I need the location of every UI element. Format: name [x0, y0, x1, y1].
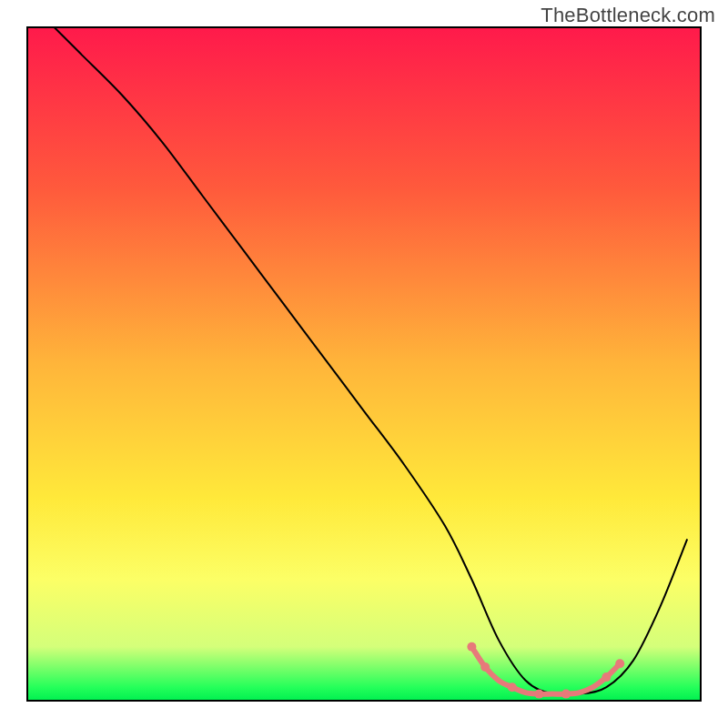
- optimal-marker-dot: [602, 672, 611, 682]
- optimal-marker-dot: [508, 682, 517, 692]
- watermark-text: TheBottleneck.com: [541, 4, 715, 27]
- bottleneck-chart: [0, 0, 728, 728]
- optimal-marker-dot: [561, 690, 571, 699]
- optimal-marker-dot: [480, 662, 490, 672]
- chart-container: TheBottleneck.com: [0, 0, 728, 728]
- optimal-marker-dot: [615, 659, 624, 668]
- gradient-background: [27, 27, 701, 701]
- optimal-marker-dot: [467, 642, 476, 652]
- optimal-marker-dot: [534, 690, 543, 699]
